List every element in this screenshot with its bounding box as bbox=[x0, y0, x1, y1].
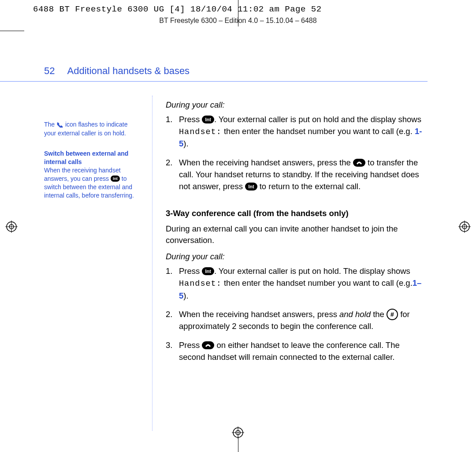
column-divider bbox=[152, 96, 152, 431]
print-slug: 6488 BT Freestyle 6300 UG [4] 18/10/04 1… bbox=[33, 4, 322, 14]
section-title: Additional handsets & bases bbox=[67, 65, 190, 77]
step-text: Press on either handset to leave the con… bbox=[179, 340, 426, 363]
margin-note-text: The bbox=[44, 121, 56, 128]
step-number: 3. bbox=[166, 340, 175, 363]
margin-notes: The 📞︎ icon flashes to indicate your ext… bbox=[44, 96, 139, 431]
handset-icon: 📞︎ bbox=[56, 120, 63, 130]
main-column: During your call: 1. Press Int. Your ext… bbox=[166, 96, 426, 431]
margin-note-text: When the receiving handset answers, you … bbox=[44, 167, 121, 182]
int-key-icon: Int bbox=[245, 183, 257, 191]
step-number: 1. bbox=[166, 114, 175, 150]
crop-tick-bottom bbox=[238, 437, 238, 452]
step-number: 1. bbox=[166, 265, 175, 302]
int-key-icon: Int bbox=[202, 116, 214, 123]
body-text: During an external call you can invite a… bbox=[166, 223, 426, 247]
page-number: 52 bbox=[44, 65, 55, 77]
page-content: 52 Additional handsets & bases The 📞︎ ic… bbox=[44, 65, 428, 431]
int-key-icon: Int bbox=[111, 176, 120, 182]
lcd-text: Handset: bbox=[179, 279, 222, 288]
crop-mark bbox=[0, 26, 26, 35]
section-rule bbox=[0, 81, 428, 82]
step-text: Press Int. Your external caller is put o… bbox=[179, 265, 426, 302]
int-key-icon: Int bbox=[202, 267, 214, 275]
registration-mark-right bbox=[458, 220, 471, 233]
hash-key-icon: # bbox=[387, 309, 398, 320]
step-number: 2. bbox=[166, 309, 175, 332]
step-number: 2. bbox=[166, 157, 175, 192]
subheading: During your call: bbox=[166, 99, 426, 111]
subheading-bold: 3-Way conference call (from the handsets… bbox=[166, 208, 426, 220]
step-text: When the receiving handset answers, pres… bbox=[179, 309, 426, 332]
registration-mark-left bbox=[5, 220, 18, 233]
step-text: Press Int. Your external caller is put o… bbox=[179, 114, 426, 150]
margin-note-heading: Switch between external and internal cal… bbox=[44, 150, 128, 165]
step-text: When the receiving handset answers, pres… bbox=[179, 157, 426, 192]
lcd-text: Handset: bbox=[179, 127, 222, 137]
hangup-key-icon bbox=[202, 341, 214, 349]
hangup-key-icon bbox=[353, 159, 365, 167]
subheading: During your call: bbox=[166, 251, 426, 263]
crop-tick-top bbox=[238, 0, 238, 26]
